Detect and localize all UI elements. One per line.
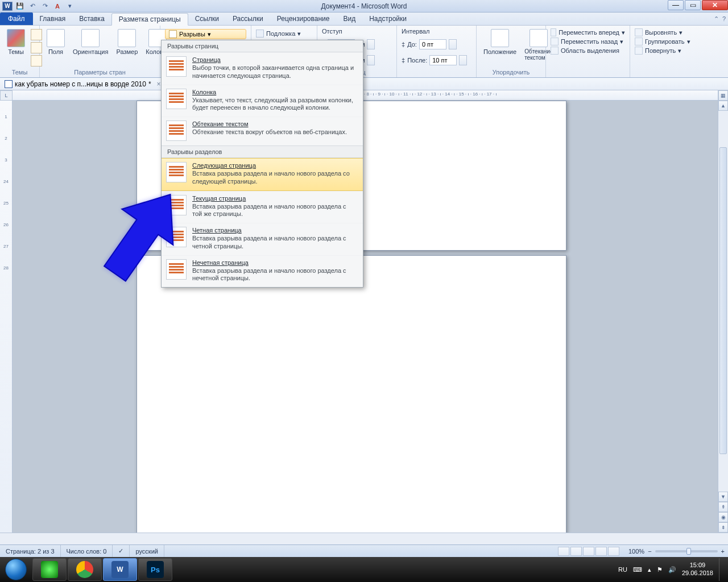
zoom-percentage[interactable]: 100% (628, 548, 644, 555)
scroll-down-button[interactable]: ▼ (718, 492, 728, 502)
tray-time: 15:09 (682, 562, 713, 569)
dropdown-item-even-page[interactable]: Четная страницаВставка разрыва раздела и… (162, 223, 363, 255)
tab-view[interactable]: Вид (336, 13, 362, 25)
previous-page-button[interactable]: ⇞ (718, 502, 728, 512)
taskbar-app-1[interactable] (32, 558, 67, 581)
tab-review[interactable]: Рецензирование (270, 13, 337, 25)
taskbar-word[interactable]: W (103, 558, 137, 581)
tab-page-layout[interactable]: Разметка страницы (111, 13, 188, 26)
tray-show-hidden-icon[interactable]: ▴ (648, 566, 651, 573)
send-backward-button[interactable]: Переместить назад▾ (551, 37, 625, 46)
word-app-icon[interactable]: W (2, 2, 13, 11)
tray-volume-icon[interactable]: 🔊 (668, 566, 676, 573)
breaks-dropdown: Разрывы страниц СтраницаВыбор точки, в к… (161, 40, 363, 288)
tray-flag-icon[interactable]: ⚑ (657, 566, 663, 573)
help-icon[interactable]: ? (722, 15, 726, 23)
spinner[interactable] (367, 39, 375, 49)
tray-keyboard-icon[interactable]: ⌨ (633, 566, 642, 573)
spinner[interactable] (367, 55, 375, 65)
orientation-button[interactable]: Ориентация (71, 28, 110, 56)
vertical-ruler[interactable]: 1232425262728 (0, 101, 13, 533)
qat-customize-icon[interactable]: ▾ (65, 2, 75, 11)
tab-references[interactable]: Ссылки (188, 13, 226, 25)
status-proofing[interactable]: ✓ (113, 545, 130, 557)
taskbar-photoshop[interactable]: Ps (138, 558, 172, 581)
file-tab[interactable]: Файл (0, 13, 33, 25)
group-spacing: Интервал ‡До: ‡После: (397, 26, 477, 77)
hruler-ticks: · 8 · ı · 9 · ı · 10 · ı · 11 · ı · 12 ·… (364, 92, 706, 99)
dropdown-item-next-page[interactable]: Следующая страницаВставка разрыва раздел… (162, 158, 363, 191)
spacing-header: Интервал (402, 28, 429, 35)
breaks-button[interactable]: Разрывы ▾ (165, 29, 246, 39)
font-color-icon[interactable]: A (52, 2, 63, 11)
status-bar: Страница: 2 из 3 Число слов: 0 ✓ русский… (0, 544, 728, 557)
fullscreen-reading-view-button[interactable] (570, 547, 582, 556)
themes-button[interactable]: Темы (5, 28, 27, 56)
ruler-corner[interactable]: L (0, 90, 13, 101)
spacing-after-input[interactable] (429, 55, 457, 65)
position-button[interactable]: Положение (481, 28, 519, 56)
browse-object-button[interactable]: ◉ (718, 512, 728, 522)
web-layout-view-button[interactable] (583, 547, 594, 556)
document-page-2[interactable] (136, 255, 566, 561)
tab-addins[interactable]: Надстройки (362, 13, 413, 25)
rotate-button[interactable]: Повернуть▾ (635, 46, 694, 55)
show-desktop-button[interactable] (719, 558, 723, 581)
outline-view-button[interactable] (595, 547, 607, 556)
spacing-before-input[interactable] (419, 39, 446, 49)
zoom-out-button[interactable]: − (648, 548, 651, 555)
watermark-button[interactable]: Подложка ▾ (256, 29, 312, 38)
save-icon[interactable]: 💾 (15, 2, 25, 11)
document-tab-bar: как убрать номер с п...ницы в ворде 2010… (0, 78, 728, 90)
taskbar-chrome[interactable] (68, 558, 102, 581)
tab-home[interactable]: Главная (33, 13, 73, 25)
spinner[interactable] (459, 55, 467, 65)
document-tab-close-icon[interactable]: × (157, 80, 161, 88)
document-tab[interactable]: как убрать номер с п...ницы в ворде 2010… (0, 78, 166, 90)
scroll-thumb[interactable] (719, 147, 727, 454)
zoom-thumb[interactable] (686, 548, 691, 555)
vertical-scrollbar[interactable]: ▦ ▲ ▼ ⇞ ◉ ⇟ (718, 90, 728, 533)
status-page-text: Страница: 2 из 3 (6, 548, 55, 555)
group-objects-button[interactable]: Группировать▾ (635, 37, 694, 46)
spinner[interactable] (449, 39, 457, 49)
maximize-button[interactable]: ▭ (685, 0, 701, 10)
zoom-slider[interactable] (655, 550, 718, 552)
dropdown-item-page[interactable]: СтраницаВыбор точки, в которой заканчива… (162, 52, 363, 85)
close-button[interactable]: ✕ (702, 0, 728, 10)
draft-view-button[interactable] (608, 547, 619, 556)
redo-icon[interactable]: ↷ (40, 2, 50, 11)
ribbon-minimize-icon[interactable]: ⌃ (714, 15, 719, 23)
print-layout-view-button[interactable] (558, 547, 569, 556)
next-page-button[interactable]: ⇟ (718, 522, 728, 533)
tray-clock[interactable]: 15:09 29.06.2018 (682, 562, 713, 577)
ruler-toggle-icon[interactable]: ▦ (718, 90, 728, 101)
status-word-count[interactable]: Число слов: 0 (61, 545, 113, 557)
dropdown-item-continuous[interactable]: Текущая страницаВставка разрыва раздела … (162, 191, 363, 223)
horizontal-ruler[interactable]: · 8 · ı · 9 · ı · 10 · ı · 11 · ı · 12 ·… (13, 90, 718, 101)
status-language[interactable]: русский (130, 545, 164, 557)
align-button[interactable]: Выровнять▾ (635, 28, 694, 37)
tab-mailings[interactable]: Рассылки (226, 13, 270, 25)
undo-icon[interactable]: ↶ (27, 2, 38, 11)
minimize-button[interactable]: — (668, 0, 684, 10)
tray-language[interactable]: RU (618, 566, 627, 573)
size-button[interactable]: Размер (114, 28, 140, 56)
bring-forward-button[interactable]: Переместить вперед▾ (551, 28, 625, 37)
margins-button[interactable]: Поля (44, 28, 67, 56)
app-icon (41, 561, 58, 578)
dropdown-item-text-wrapping[interactable]: Обтекание текстомОбтекание текста вокруг… (162, 117, 363, 146)
watermark-icon (256, 30, 264, 38)
align-icon (635, 28, 643, 36)
zoom-in-button[interactable]: + (721, 548, 725, 555)
dropdown-item-column[interactable]: КолонкаУказывает, что текст, следующий з… (162, 85, 363, 117)
dropdown-item-odd-page[interactable]: Нечетная страницаВставка разрыва раздела… (162, 255, 363, 288)
status-page[interactable]: Страница: 2 из 3 (0, 545, 61, 557)
start-button[interactable] (0, 557, 32, 582)
next-page-break-icon (166, 162, 187, 182)
group-cmd-label: Группировать (645, 38, 685, 45)
tab-insert[interactable]: Вставка (72, 13, 111, 25)
item-title: Следующая страница (192, 162, 357, 169)
selection-pane-button[interactable]: Область выделения (551, 46, 625, 55)
scroll-up-button[interactable]: ▲ (718, 101, 728, 111)
